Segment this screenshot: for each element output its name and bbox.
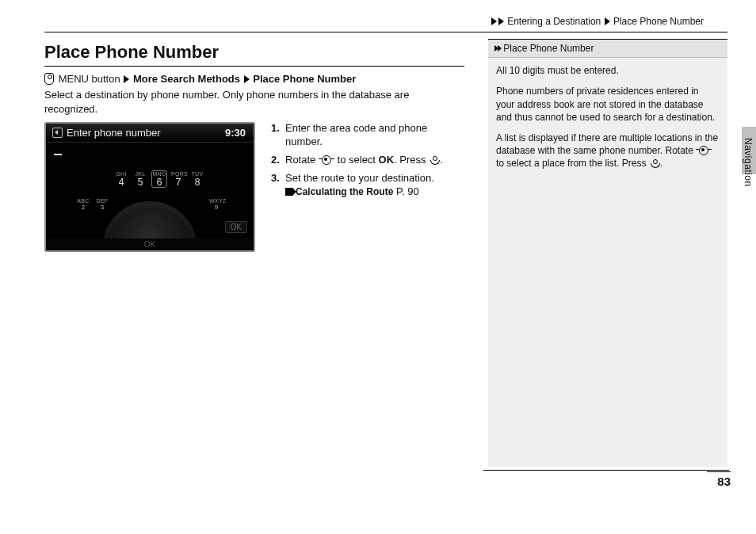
back-icon: [52, 128, 63, 138]
device-clock: 9:30: [225, 127, 246, 139]
page-number: 83: [707, 471, 731, 488]
key: [95, 171, 109, 187]
step-2: 2. Rotate to select OK. Press .: [271, 154, 464, 167]
breadcrumb-arrow-icon: [605, 17, 610, 25]
intro-text: Select a destination by phone number. On…: [44, 88, 464, 116]
device-ok-bottom: OK: [46, 238, 254, 250]
key: [209, 171, 223, 187]
key-5: JKL5: [133, 171, 147, 187]
rotate-dial-icon: [697, 146, 711, 155]
key-7: PQRS7: [171, 171, 185, 187]
press-button-icon: [430, 155, 439, 165]
key-2: ABC2: [76, 198, 90, 211]
key-4: GHI4: [114, 171, 128, 187]
sidebar-chevron-icon: [498, 45, 502, 51]
sidebar-p1: All 10 digits must be entered.: [496, 64, 720, 77]
menu-path-step2: Place Phone Number: [253, 73, 356, 85]
step-3: 3. Set the route to your destination. Ca…: [271, 172, 464, 199]
top-rule: [44, 32, 727, 32]
menu-path-step1: More Search Methods: [133, 73, 240, 85]
section-tab-label: Navigation: [743, 138, 754, 187]
key: [190, 198, 204, 211]
key-3: DEF3: [95, 198, 109, 211]
sidebar-p2: Phone numbers of private residences ente…: [496, 85, 720, 124]
menu-button-icon: [44, 73, 54, 85]
breadcrumb-level1: Entering a Destination: [507, 16, 601, 27]
input-cursor: [54, 154, 62, 155]
device-ok-small: OK: [225, 221, 247, 233]
xref-link: Calculating the Route: [296, 186, 393, 197]
key-9: WXYZ9: [209, 198, 223, 211]
step-list: 1. Enter the area code and phone number.…: [271, 122, 464, 252]
breadcrumb-level2: Place Phone Number: [613, 16, 704, 27]
rotate-dial-icon: [319, 155, 334, 165]
dial-row-top: GHI4 JKL5 MNO6 PQRS7 TUV8: [46, 171, 254, 187]
breadcrumb-arrow-icon: [491, 17, 497, 25]
footer-rule: [483, 470, 729, 471]
key-8: TUV8: [190, 171, 204, 187]
path-arrow-icon: [244, 75, 250, 83]
breadcrumb: Entering a Destination Place Phone Numbe…: [44, 16, 727, 27]
key: [76, 171, 90, 187]
step-1: 1. Enter the area code and phone number.: [271, 122, 464, 149]
press-button-icon: [650, 158, 659, 168]
section-title: Place Phone Number: [44, 42, 464, 67]
xref-page: P. 90: [396, 185, 419, 197]
sidebar-note-heading: Place Phone Number: [488, 39, 727, 58]
sidebar-note: Place Phone Number All 10 digits must be…: [488, 39, 727, 467]
key-6-selected: MNO6: [152, 171, 166, 187]
xref-arrow-icon: [285, 188, 293, 196]
device-prompt: Enter phone number: [67, 127, 161, 139]
sidebar-p3: A list is displayed if there are multipl…: [496, 132, 720, 170]
menu-path: MENU button More Search Methods Place Ph…: [44, 73, 464, 85]
menu-path-prefix: MENU button: [59, 73, 120, 85]
path-arrow-icon: [124, 75, 129, 83]
breadcrumb-arrow-icon: [498, 17, 504, 25]
device-screenshot: Enter phone number 9:30 GHI4 JKL5 MNO6 P…: [44, 122, 255, 252]
